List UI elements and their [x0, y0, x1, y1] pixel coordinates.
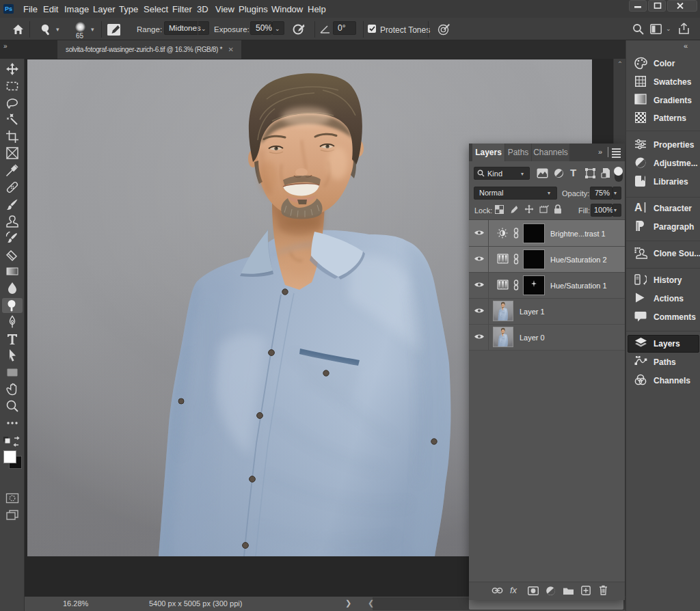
svg-text:A: A [634, 202, 643, 213]
